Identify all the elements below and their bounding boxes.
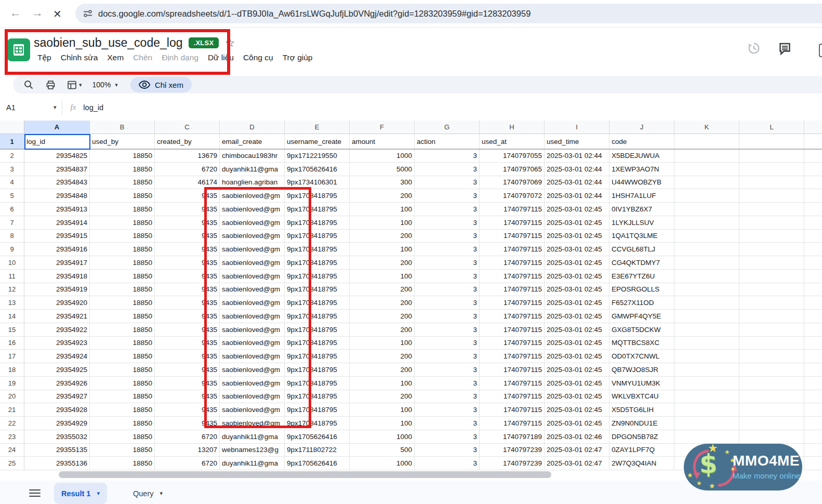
row-header-25[interactable]: 25: [0, 457, 24, 470]
cell[interactable]: 2025-03-01 02:45: [545, 256, 609, 270]
cell[interactable]: 0IV1YBZ6X7: [609, 203, 674, 216]
cell[interactable]: 1740797239: [480, 457, 545, 470]
cell[interactable]: [739, 390, 804, 404]
cell[interactable]: [804, 417, 822, 430]
row-header-20[interactable]: 20: [0, 390, 24, 404]
cell[interactable]: 18850: [90, 337, 155, 350]
cell[interactable]: [674, 417, 739, 430]
cell[interactable]: 9435: [155, 283, 220, 297]
cell[interactable]: 29354925: [24, 363, 90, 377]
cell[interactable]: saobienloved@gm: [220, 216, 285, 230]
cell[interactable]: 3: [415, 283, 480, 297]
cell[interactable]: 300: [350, 176, 415, 190]
cell[interactable]: [804, 203, 822, 216]
cell[interactable]: 3: [415, 230, 480, 243]
cell[interactable]: 2025-03-01 02:45: [545, 270, 609, 283]
cell[interactable]: 1000: [350, 457, 415, 470]
cell[interactable]: 2025-03-01 02:45: [545, 363, 609, 377]
cell[interactable]: 2025-03-01 02:45: [545, 323, 609, 337]
formula-content[interactable]: log_id: [83, 103, 103, 112]
cell[interactable]: [739, 350, 804, 363]
cell[interactable]: [739, 337, 804, 350]
cell[interactable]: [739, 189, 804, 203]
cell[interactable]: 9435: [155, 390, 220, 404]
cell[interactable]: 2025-03-01 02:45: [545, 230, 609, 243]
cell[interactable]: 18850: [90, 230, 155, 243]
cell[interactable]: created_by: [155, 134, 220, 149]
cell[interactable]: 200: [350, 310, 415, 323]
cell[interactable]: 18850: [90, 203, 155, 216]
url-bar[interactable]: docs.google.com/spreadsheets/d/1--dTB9J0…: [75, 4, 822, 23]
cell[interactable]: 1740797115: [480, 337, 545, 350]
cell[interactable]: 1QA1TQ3LME: [609, 230, 674, 243]
cell[interactable]: 3: [415, 457, 480, 470]
cell[interactable]: X5BDEJUWUA: [609, 149, 674, 163]
cell[interactable]: 29354848: [24, 189, 90, 203]
cell[interactable]: MQTTBCS8XC: [609, 337, 674, 350]
cell[interactable]: 6720: [155, 163, 220, 176]
column-header-K[interactable]: K: [674, 121, 739, 134]
cell[interactable]: 9px1708418795: [285, 377, 350, 390]
cell[interactable]: 9px1708418795: [285, 350, 350, 363]
comment-icon[interactable]: [778, 42, 792, 56]
cell[interactable]: [674, 430, 739, 444]
cell[interactable]: 1740797115: [480, 390, 545, 404]
cell[interactable]: 2025-03-01 02:45: [545, 350, 609, 363]
cell[interactable]: 9435: [155, 310, 220, 323]
cell[interactable]: [674, 296, 739, 310]
cell[interactable]: 9435: [155, 230, 220, 243]
cell[interactable]: 18850: [90, 430, 155, 444]
cell[interactable]: 200: [350, 256, 415, 270]
cell[interactable]: 18850: [90, 189, 155, 203]
cell[interactable]: 2025-03-01 02:45: [545, 377, 609, 390]
cell[interactable]: [739, 403, 804, 417]
grid-corner[interactable]: [0, 121, 24, 134]
cell[interactable]: saobienloved@gm: [220, 417, 285, 430]
column-header-H[interactable]: H: [480, 121, 545, 134]
cell[interactable]: 29354918: [24, 270, 90, 283]
cell[interactable]: used_at: [480, 134, 545, 149]
cell[interactable]: EPOSRGOLLS: [609, 283, 674, 297]
cell[interactable]: 9px1705626416: [285, 457, 350, 470]
cell[interactable]: duyanhik11@gma: [220, 457, 285, 470]
cell[interactable]: 1740797115: [480, 377, 545, 390]
cell[interactable]: 1740797115: [480, 270, 545, 283]
cell[interactable]: 1740797115: [480, 216, 545, 230]
cell[interactable]: 1740797115: [480, 283, 545, 297]
cell[interactable]: 5000: [350, 163, 415, 176]
cell[interactable]: [804, 390, 822, 404]
cell[interactable]: 100: [350, 243, 415, 256]
forward-icon[interactable]: →: [31, 7, 43, 19]
cell[interactable]: [674, 163, 739, 176]
cell[interactable]: 3: [415, 444, 480, 457]
cell[interactable]: 3: [415, 256, 480, 270]
cell[interactable]: [674, 323, 739, 337]
cell[interactable]: 3: [415, 417, 480, 430]
cell[interactable]: GMWPF4QY5E: [609, 310, 674, 323]
cell[interactable]: 2025-03-01 02:45: [545, 216, 609, 230]
cell[interactable]: 3: [415, 377, 480, 390]
cell[interactable]: email_create: [220, 134, 285, 149]
column-header-B[interactable]: B: [90, 121, 155, 134]
cell[interactable]: saobienloved@gm: [220, 350, 285, 363]
cell[interactable]: saobienloved@gm: [220, 403, 285, 417]
cell[interactable]: [739, 203, 804, 216]
cell[interactable]: [739, 176, 804, 190]
cell[interactable]: [674, 149, 739, 163]
cell[interactable]: [804, 363, 822, 377]
cell[interactable]: 1740797115: [480, 323, 545, 337]
cell[interactable]: 9px1711802722: [285, 444, 350, 457]
row-header-11[interactable]: 11: [0, 270, 24, 283]
cell[interactable]: [804, 430, 822, 444]
cell[interactable]: 9435: [155, 377, 220, 390]
cell[interactable]: [804, 444, 822, 457]
cell[interactable]: 9435: [155, 296, 220, 310]
cell[interactable]: U44WWOBZYB: [609, 176, 674, 190]
cell[interactable]: 2025-03-01 02:45: [545, 403, 609, 417]
cell[interactable]: [804, 377, 822, 390]
cell[interactable]: 1740797115: [480, 203, 545, 216]
cell[interactable]: 2025-03-01 02:45: [545, 310, 609, 323]
cell[interactable]: 18850: [90, 417, 155, 430]
cell[interactable]: duyanhik11@gma: [220, 163, 285, 176]
search-icon[interactable]: [23, 76, 34, 94]
